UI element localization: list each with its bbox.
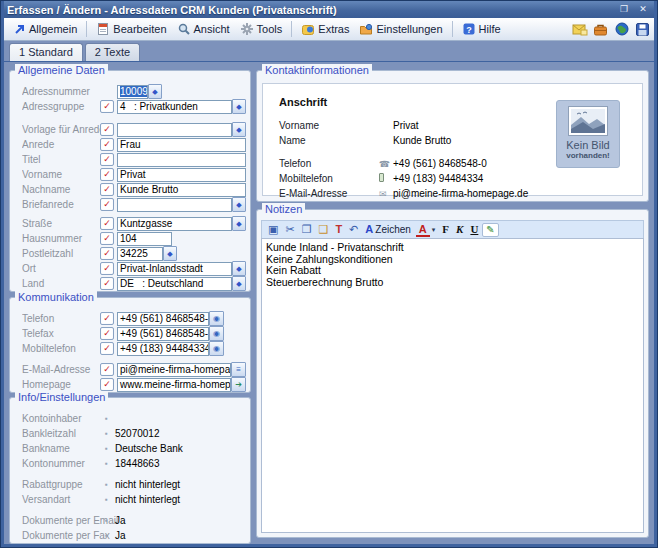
charmap-icon[interactable]: A (362, 222, 374, 237)
tab-standard[interactable]: 1 Standard (9, 43, 83, 61)
confirm-check-button[interactable]: ✓ (100, 232, 114, 245)
dial-icon: ◉ (213, 329, 220, 338)
adressgruppe-field[interactable]: 4 : Privatkunden (117, 100, 232, 114)
confirm-check-button[interactable]: ✓ (100, 378, 114, 391)
plz-field[interactable]: 34225 (117, 247, 163, 261)
field-row-telefon: Telefon ✓ +49 (561) 8468548-0 ◉ (22, 311, 250, 326)
contact-label: Mobiltelefon (279, 173, 379, 184)
field-label: Vorname (22, 169, 100, 180)
confirm-check-button[interactable]: ✓ (100, 198, 114, 211)
paste-icon[interactable]: ❑ (316, 222, 332, 237)
titel-field[interactable] (117, 153, 246, 167)
info-value: Ja (115, 530, 126, 541)
land-dropdown-button[interactable]: ◆ (232, 276, 246, 291)
confirm-check-button[interactable]: ✓ (100, 153, 114, 166)
email-action-button[interactable]: ≡ (231, 362, 246, 377)
underline-icon[interactable]: U (467, 222, 481, 237)
vorname-field[interactable]: Privat (117, 168, 246, 182)
field-label: Vorlage für Anrede (22, 124, 100, 135)
group-info-einstellungen: Info/Einstellungen Kontoinhaber ▪ Bankle… (9, 397, 251, 544)
field-row-anrede: Anrede ✓ Frau (22, 137, 250, 152)
confirm-check-button[interactable]: ✓ (100, 312, 114, 325)
confirm-check-button[interactable]: ✓ (100, 168, 114, 181)
strasse-field[interactable]: Kuntzgasse (117, 217, 232, 231)
confirm-check-button[interactable]: ✓ (100, 363, 114, 376)
info-label: Kontoinhaber (22, 413, 105, 424)
hausnummer-field[interactable]: 104 (117, 232, 172, 246)
group-title: Info/Einstellungen (15, 391, 108, 404)
copy-icon[interactable]: ❐ (299, 222, 315, 237)
maximize-icon[interactable]: ▣ (265, 222, 281, 237)
cut-icon[interactable]: ✂ (282, 222, 297, 237)
confirm-check-button[interactable]: ✓ (100, 277, 114, 290)
notes-textarea[interactable]: Kunde Inland - Privatanschrift Keine Zah… (261, 238, 644, 533)
confirm-check-button[interactable]: ✓ (100, 123, 114, 136)
telefax-field[interactable]: +49 (561) 8468548-99 (117, 327, 209, 341)
dial-telefon-button[interactable]: ◉ (209, 311, 224, 326)
info-value: 52070012 (115, 428, 160, 439)
charmap-label[interactable]: Zeichen (375, 224, 415, 235)
bold-icon[interactable]: F (439, 222, 452, 237)
bullet-icon: ▪ (105, 531, 115, 541)
group-title: Kontaktinformationen (262, 64, 372, 77)
contact-value: Kunde Brutto (393, 135, 451, 146)
briefanrede-dropdown-button[interactable]: ◆ (232, 197, 246, 212)
dial-mobil-button[interactable]: ◉ (209, 341, 224, 356)
homepage-field[interactable]: www.meine-firma-homepage.de (117, 378, 231, 392)
check-icon: ✓ (103, 124, 111, 134)
open-homepage-button[interactable]: ➔ (231, 377, 246, 392)
bullet-icon: ▪ (105, 480, 115, 490)
ort-field[interactable]: Privat-Inlandsstadt (117, 262, 232, 276)
italic-icon[interactable]: K (453, 222, 466, 237)
mobiltelefon-field[interactable]: +49 (183) 94484334 (117, 342, 209, 356)
vorlage-field[interactable] (117, 123, 232, 137)
land-field[interactable]: DE : Deutschland (117, 277, 232, 291)
edit-icon[interactable]: ✎ (482, 223, 498, 237)
font-color-icon[interactable]: A (416, 223, 430, 237)
font-icon[interactable]: T (332, 222, 345, 237)
confirm-check-button[interactable]: ✓ (100, 327, 114, 340)
field-row-ort: Ort ✓ Privat-Inlandsstadt ◆ (22, 261, 250, 276)
vorlage-dropdown-button[interactable]: ◆ (232, 122, 246, 137)
ort-dropdown-button[interactable]: ◆ (232, 261, 246, 276)
confirm-check-button[interactable]: ✓ (100, 183, 114, 196)
field-label: Adressgruppe (22, 101, 100, 112)
undo-icon[interactable]: ↶ (346, 222, 361, 237)
combo-icon: ◆ (236, 126, 241, 134)
info-value: Ja (115, 515, 126, 526)
adressnummer-dropdown-button[interactable]: ◆ (148, 84, 162, 99)
contact-label: Telefon (279, 158, 379, 169)
info-row: Dokumente per Email ▪ Ja (22, 513, 250, 528)
field-label: Anrede (22, 139, 100, 150)
plz-dropdown-button[interactable]: ◆ (163, 246, 177, 261)
adressgruppe-dropdown-button[interactable]: ◆ (232, 99, 246, 114)
confirm-check-button[interactable]: ✓ (100, 262, 114, 275)
anrede-field[interactable]: Frau (117, 138, 246, 152)
confirm-check-button[interactable]: ✓ (100, 217, 114, 230)
nachname-field[interactable]: Kunde Brutto (117, 183, 246, 197)
check-icon: ✓ (103, 233, 111, 243)
contact-value: pi@meine-firma-homepage.de (393, 188, 528, 199)
adressnummer-field[interactable]: 10009 (117, 85, 148, 99)
contact-label: E-Mail-Adresse (279, 188, 379, 199)
note-line: Kunde Inland - Privatanschrift (266, 242, 639, 254)
strasse-dropdown-button[interactable]: ◆ (232, 216, 246, 231)
briefanrede-field[interactable] (117, 198, 232, 212)
email-field[interactable]: pi@meine-firma-homepage.de (117, 363, 231, 377)
dial-telefax-button[interactable]: ◉ (209, 326, 224, 341)
telefon-field[interactable]: +49 (561) 8468548-0 (117, 312, 209, 326)
chevron-down-icon[interactable]: ▾ (431, 226, 439, 234)
field-row-hausnummer: Hausnummer ✓ 104 (22, 231, 250, 246)
contact-row: E-Mail-Adresse ✉ pi@meine-firma-homepage… (279, 186, 642, 201)
confirm-check-button[interactable]: ✓ (100, 247, 114, 260)
field-label: Briefanrede (22, 199, 100, 210)
group-title: Notizen (262, 203, 305, 216)
info-value: nicht hinterlegt (115, 479, 180, 490)
page-standard: Allgemeine Daten Adressnummer 10009 ◆ Ad… (4, 62, 654, 544)
info-label: Dokumente per Email (22, 515, 105, 526)
confirm-check-button[interactable]: ✓ (100, 138, 114, 151)
confirm-check-button[interactable]: ✓ (100, 100, 114, 113)
confirm-check-button[interactable]: ✓ (100, 342, 114, 355)
left-column: Allgemeine Daten Adressnummer 10009 ◆ Ad… (9, 66, 251, 544)
info-label: Kontonummer (22, 458, 105, 469)
